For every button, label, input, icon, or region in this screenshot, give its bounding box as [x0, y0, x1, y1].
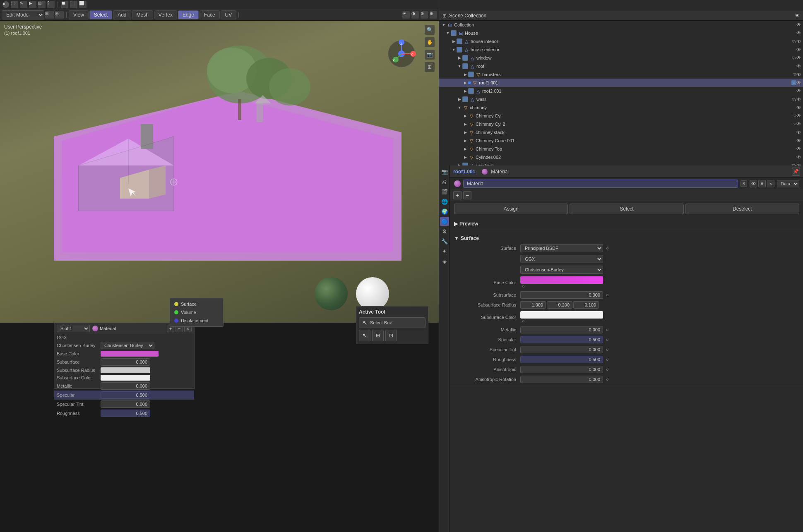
hand-icon[interactable]: ✋: [425, 37, 435, 47]
volume-item[interactable]: Volume: [170, 308, 223, 316]
walls-eye[interactable]: 👁: [796, 96, 801, 102]
chimney-cyl-eye[interactable]: 👁: [796, 113, 801, 119]
sr-x-input[interactable]: [520, 301, 546, 309]
tree-item-chimney-cyl2[interactable]: ▶ ▽ Chimney Cyl 2 ▽ 👁: [439, 120, 803, 128]
mode-dropdown[interactable]: Mode Object Mode Edit Mode: [2, 10, 44, 19]
subsurface-color-swatch[interactable]: [101, 375, 150, 381]
object-side-icon[interactable]: ⚙: [440, 227, 449, 236]
edge-btn[interactable]: Edge: [178, 10, 199, 19]
sr-y-input[interactable]: [547, 301, 572, 309]
deselect-btn[interactable]: Deselect: [685, 204, 799, 214]
exterior-checkbox[interactable]: [457, 47, 462, 53]
output-side-icon[interactable]: 🖨: [440, 177, 449, 186]
3d-viewport[interactable]: User Perspective (1) roof1.001: [0, 21, 439, 323]
tree-item-chimney-stack[interactable]: ▶ ▽ chimney stack 👁: [439, 128, 803, 137]
window-checkbox[interactable]: [462, 55, 468, 61]
displacement-item[interactable]: Displacement: [170, 316, 223, 325]
surface-type-select[interactable]: Principled BSDF: [520, 244, 603, 252]
preview-header[interactable]: ▶ Preview: [454, 219, 799, 228]
render-side-icon[interactable]: 📷: [440, 167, 449, 176]
window-arrow[interactable]: ▶: [457, 55, 462, 61]
chimney-top-eye[interactable]: 👁: [796, 146, 801, 152]
grid-icon[interactable]: ⊞: [425, 62, 435, 72]
add-btn[interactable]: Add: [113, 10, 131, 19]
ggx-select[interactable]: GGX: [520, 255, 603, 263]
tree-item-chimney[interactable]: ▼ ▽ chimney 👁: [439, 103, 803, 112]
interior-eye[interactable]: 👁: [796, 38, 801, 44]
roof1-eye[interactable]: 👁: [796, 80, 801, 86]
banisters-arrow[interactable]: ▶: [462, 72, 468, 77]
assign-btn[interactable]: Assign: [454, 204, 568, 214]
tree-item-window[interactable]: ▶ △ window ▽₅ 👁: [439, 54, 803, 62]
exterior-eye[interactable]: 👁: [796, 47, 801, 53]
subsurface-prop-input[interactable]: [520, 291, 603, 299]
pin-icon[interactable]: 📌: [792, 168, 800, 176]
particles-side-icon[interactable]: ✦: [440, 247, 449, 256]
walls-checkbox[interactable]: [462, 96, 468, 102]
edit-icon[interactable]: ✎: [20, 1, 27, 8]
view-btn[interactable]: View: [69, 10, 89, 19]
subsurface-color-prop-swatch[interactable]: [520, 311, 603, 319]
file-icon[interactable]: ⬚: [11, 1, 18, 8]
shading-icon[interactable]: ◑: [411, 11, 419, 19]
roof2-checkbox[interactable]: [468, 88, 474, 94]
house-eye[interactable]: 👁: [796, 30, 801, 36]
tree-item-chimney-cyl[interactable]: ▶ ▽ Chimney Cyl ▽ 👁: [439, 112, 803, 120]
add-material-btn[interactable]: +: [453, 191, 462, 199]
scene-side-icon[interactable]: 🌐: [440, 197, 449, 206]
tree-item-cylinder[interactable]: ▶ ▽ Cylinder.002 👁: [439, 153, 803, 161]
tool-icon-3[interactable]: ⊡: [385, 330, 397, 341]
chimney-eye[interactable]: 👁: [796, 105, 801, 110]
specular-tint-input[interactable]: [101, 400, 150, 408]
xray-icon[interactable]: ☀: [402, 11, 410, 19]
roughness-prop-input[interactable]: [520, 356, 603, 363]
rename-material-icon[interactable]: A: [758, 180, 766, 187]
tree-item-house-interior[interactable]: ▶ △ house interior ▽₅ 👁: [439, 37, 803, 46]
chimney-cone-eye[interactable]: 👁: [796, 138, 801, 144]
tool-icon-1[interactable]: ↖: [359, 330, 370, 341]
walls-arrow[interactable]: ▶: [457, 96, 462, 102]
select-btn[interactable]: Select: [89, 10, 112, 19]
material-side-icon[interactable]: 🔵: [440, 217, 449, 226]
gizmo-icon[interactable]: ⊕: [430, 11, 437, 19]
surface-item[interactable]: Surface: [170, 300, 223, 308]
chimney-stack-arrow[interactable]: ▶: [462, 129, 468, 135]
roughness-input[interactable]: [101, 410, 150, 417]
chimney-cyl2-eye[interactable]: 👁: [796, 121, 801, 127]
metallic-input[interactable]: [101, 382, 150, 390]
tree-item-roof1[interactable]: ▶ ▽ roof1.001 ▽ 👁: [439, 79, 803, 87]
tool-icon-2[interactable]: ⊞: [372, 330, 384, 341]
specular-input[interactable]: [101, 391, 150, 399]
base-color-swatch[interactable]: [101, 351, 159, 357]
help-icon[interactable]: ?: [47, 1, 55, 8]
tree-item-house-exterior[interactable]: ▼ △ house exterior 👁: [439, 46, 803, 54]
collection-item[interactable]: ▼ 🗂 Collection 👁: [439, 21, 803, 29]
physics-side-icon[interactable]: ◈: [440, 256, 449, 266]
data-dropdown[interactable]: Data: [777, 180, 799, 187]
zoom-icon[interactable]: 🔍: [425, 25, 435, 35]
vertex-btn[interactable]: Vertex: [154, 10, 177, 19]
material-name-input[interactable]: [463, 180, 738, 188]
render-icon[interactable]: ▶: [29, 1, 36, 8]
sr-z-input[interactable]: [573, 301, 599, 309]
modifier-side-icon[interactable]: 🔧: [440, 237, 449, 246]
cb-prop-select[interactable]: Christensen-Burley: [520, 266, 603, 274]
cylinder-arrow[interactable]: ▶: [462, 154, 468, 160]
eye-icon[interactable]: 👁: [795, 13, 800, 19]
uv-btn[interactable]: UV: [221, 10, 237, 19]
tree-item-walls[interactable]: ▶ △ walls ▽₂ 👁: [439, 95, 803, 103]
tree-item-roof2[interactable]: ▶ △ roof2.001 👁: [439, 87, 803, 95]
chimney-cone-arrow[interactable]: ▶: [462, 138, 468, 144]
roof-arrow[interactable]: ▼: [457, 63, 462, 69]
delete-material-icon[interactable]: ×: [767, 180, 774, 187]
roof-checkbox[interactable]: [462, 63, 468, 69]
slot-dropdown[interactable]: Slot 1: [57, 325, 90, 332]
cylinder-eye[interactable]: 👁: [796, 154, 801, 160]
icon2[interactable]: ⬛: [70, 1, 77, 8]
banisters-eye[interactable]: 👁: [796, 72, 801, 77]
metallic-prop-input[interactable]: [520, 326, 603, 333]
chimney-cyl2-arrow[interactable]: ▶: [462, 121, 468, 127]
anisotropic-rotation-input[interactable]: [520, 376, 603, 383]
tree-item-chimney-top[interactable]: ▶ ▽ Chimney Top 👁: [439, 145, 803, 153]
base-color-prop-swatch[interactable]: [520, 276, 603, 284]
